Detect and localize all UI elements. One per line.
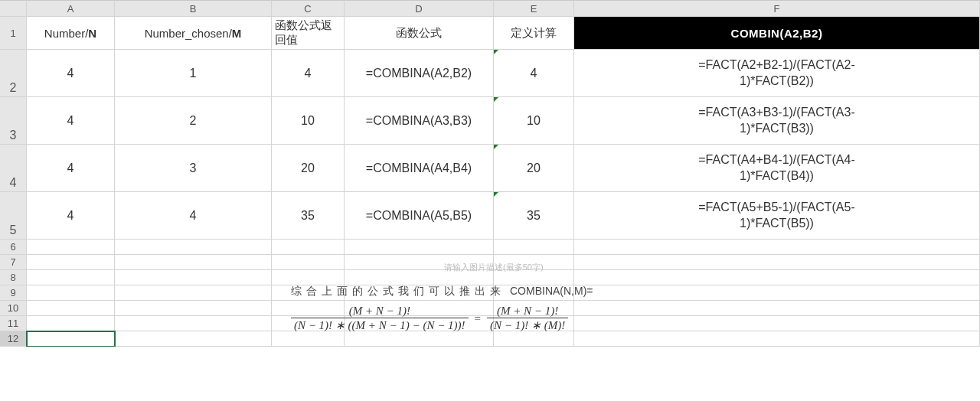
cell-F7[interactable] [574,255,980,270]
cell-C7[interactable] [272,255,345,270]
cell-F3[interactable]: =FACT(A3+B3-1)/(FACT(A3-1)*FACT(B3)) [574,97,980,145]
cell-B2[interactable]: 1 [115,50,272,97]
cell-C8[interactable] [272,270,345,285]
cell-C10[interactable] [272,301,345,316]
cell-B6[interactable] [115,240,272,255]
col-header-C[interactable]: C [272,0,345,17]
cell-A6[interactable] [27,240,115,255]
cell-E9[interactable] [494,285,574,301]
cell-C9[interactable] [272,285,345,301]
cell-F2[interactable]: =FACT(A2+B2-1)/(FACT(A2-1)*FACT(B2)) [574,50,980,97]
cell-B10[interactable] [115,301,272,316]
cell-F8[interactable] [574,270,980,285]
cell-C1[interactable]: 函数公式返回值 [272,17,345,50]
row-header-1[interactable]: 1 [0,17,27,50]
cell-B12[interactable] [115,331,272,347]
row-header-2[interactable]: 2 [0,50,27,97]
cell-A2[interactable]: 4 [27,50,115,97]
cell-B11[interactable] [115,316,272,331]
cell-A9[interactable] [27,285,115,301]
cell-C5[interactable]: 35 [272,192,345,240]
cell-E10[interactable] [494,301,574,316]
cell-D5[interactable]: =COMBINA(A5,B5) [345,192,494,240]
header-A-prefix: Number/ [44,27,89,40]
cell-E5[interactable]: 35 [494,192,574,240]
cell-B1[interactable]: Number_chosen/M [115,17,272,50]
cell-B9[interactable] [115,285,272,301]
cell-E4[interactable]: 20 [494,145,574,192]
row-header-6[interactable]: 6 [0,240,27,255]
cell-B8[interactable] [115,270,272,285]
cell-D2[interactable]: =COMBINA(A2,B2) [345,50,494,97]
cell-E6[interactable] [494,240,574,255]
cell-F5-line2: 1)*FACT(B5)) [740,217,814,230]
cell-D3[interactable]: =COMBINA(A3,B3) [345,97,494,145]
header-B-prefix: Number_chosen/ [145,27,232,40]
row-header-11[interactable]: 11 [0,316,27,331]
cell-D9[interactable] [345,285,494,301]
col-header-A[interactable]: A [27,0,115,17]
cell-C4[interactable]: 20 [272,145,345,192]
cell-D4[interactable]: =COMBINA(A4,B4) [345,145,494,192]
cell-E11[interactable] [494,316,574,331]
cell-B4[interactable]: 3 [115,145,272,192]
cell-A7[interactable] [27,255,115,270]
cell-F10[interactable] [574,301,980,316]
cell-A12[interactable] [27,331,115,347]
cell-D12[interactable] [345,331,494,347]
row-header-9[interactable]: 9 [0,285,27,301]
cell-F4[interactable]: =FACT(A4+B4-1)/(FACT(A4-1)*FACT(B4)) [574,145,980,192]
cell-A11[interactable] [27,316,115,331]
cell-C11[interactable] [272,316,345,331]
cell-C12[interactable] [272,331,345,347]
cell-A4[interactable]: 4 [27,145,115,192]
col-header-E[interactable]: E [494,0,574,17]
row-header-8[interactable]: 8 [0,270,27,285]
cell-E8[interactable] [494,270,574,285]
cell-C2[interactable]: 4 [272,50,345,97]
cell-A8[interactable] [27,270,115,285]
cell-F3-line2: 1)*FACT(B3)) [740,122,814,135]
col-header-F[interactable]: F [574,0,980,17]
row-header-5[interactable]: 5 [0,192,27,240]
row-header-7[interactable]: 7 [0,255,27,270]
cell-F6[interactable] [574,240,980,255]
spreadsheet-grid[interactable]: A B C D E F 1 Number/N Number_chosen/M 函… [0,0,980,347]
cell-B3[interactable]: 2 [115,97,272,145]
cell-F1[interactable]: COMBIN(A2,B2) [574,17,980,50]
cell-A1[interactable]: Number/N [27,17,115,50]
cell-D8[interactable] [345,270,494,285]
cell-E3[interactable]: 10 [494,97,574,145]
cell-A3[interactable]: 4 [27,97,115,145]
col-header-B[interactable]: B [115,0,272,17]
col-header-D[interactable]: D [345,0,494,17]
row-header-10[interactable]: 10 [0,301,27,316]
cell-F2-line1: =FACT(A2+B2-1)/(FACT(A2- [698,58,855,71]
row-header-4[interactable]: 4 [0,145,27,192]
cell-A10[interactable] [27,301,115,316]
cell-E1[interactable]: 定义计算 [494,17,574,50]
cell-B7[interactable] [115,255,272,270]
cell-E12[interactable] [494,331,574,347]
cell-B5[interactable]: 4 [115,192,272,240]
row-header-3[interactable]: 3 [0,97,27,145]
cell-F5[interactable]: =FACT(A5+B5-1)/(FACT(A5-1)*FACT(B5)) [574,192,980,240]
cell-F11[interactable] [574,316,980,331]
cell-F12[interactable] [574,331,980,347]
cell-F4-line2: 1)*FACT(B4)) [740,169,814,182]
cell-E2[interactable]: 4 [494,50,574,97]
cell-E7[interactable] [494,255,574,270]
row-header-12[interactable]: 12 [0,331,27,347]
cell-D6[interactable] [345,240,494,255]
cell-F3-line1: =FACT(A3+B3-1)/(FACT(A3- [698,106,855,119]
cell-A5[interactable]: 4 [27,192,115,240]
cell-C3[interactable]: 10 [272,97,345,145]
cell-D1[interactable]: 函数公式 [345,17,494,50]
cell-D10[interactable] [345,301,494,316]
select-all-corner[interactable] [0,0,27,17]
cell-D7[interactable] [345,255,494,270]
cell-C6[interactable] [272,240,345,255]
cell-F2-line2: 1)*FACT(B2)) [740,74,814,87]
cell-F9[interactable] [574,285,980,301]
cell-D11[interactable] [345,316,494,331]
